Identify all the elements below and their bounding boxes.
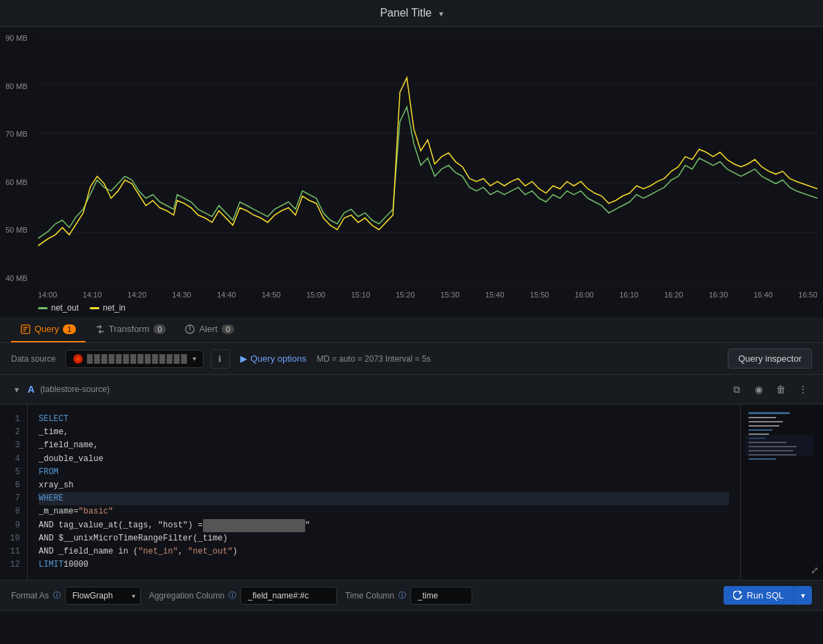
query-id-label: A [28,384,35,395]
code-line-9: AND tag_value_at(_tags, "host") = ██████… [39,519,729,532]
code-line-2: _time, [39,426,729,439]
query-inspector-button[interactable]: Query inspector [728,349,812,369]
expand-editor-button[interactable]: ⤢ [811,565,819,576]
query-source-label: (tablestore-source) [40,384,110,394]
panel-title-caret: ▾ [439,9,443,19]
datasource-brand-icon [73,354,83,364]
chart-x-labels: 14:00 14:10 14:20 14:30 14:40 14:50 15:0… [38,291,817,299]
format-info-icon[interactable]: ⓘ [53,590,61,601]
code-line-8: _m_name="basic" [39,505,729,518]
tab-query[interactable]: Query 1 [11,317,86,342]
svg-rect-14 [748,425,780,427]
datasource-label: Data source [11,354,56,364]
svg-rect-12 [748,417,776,418]
datasource-selector[interactable]: ██████████████ ▾ [66,350,204,368]
svg-rect-11 [748,412,790,414]
time-column-label: Time Column [345,591,394,601]
aggregation-column-input[interactable] [240,587,337,605]
trash-icon: 🗑 [776,384,786,395]
more-icon: ⋮ [798,384,808,395]
tab-alert[interactable]: Alert 0 [175,317,244,342]
delete-query-button[interactable]: 🗑 [772,380,790,398]
redacted-value: ████████████████████ [203,519,305,532]
query-editor-panel: ▾ A (tablestore-source) ⧉ ◉ 🗑 ⋮ 1 2 3 4 … [0,375,823,611]
line-numbers: 1 2 3 4 5 6 7 8 9 10 11 12 [0,404,28,580]
panel-title-bar: Panel Title ▾ [0,0,823,27]
refresh-icon [733,591,743,601]
code-line-3: _field_name, [39,439,729,452]
format-as-label: Format As [11,591,49,601]
svg-rect-22 [748,458,776,460]
chart-canvas [38,34,817,282]
code-editor[interactable]: SELECT _time, _field_name, _double_value… [28,404,740,580]
code-line-10: AND $__unixMicroTimeRangeFilter(_time) [39,532,729,545]
legend-dot-net-out [38,307,48,309]
legend-net-out: net_out [38,303,79,313]
query-editor-header: ▾ A (tablestore-source) ⧉ ◉ 🗑 ⋮ [0,375,823,404]
run-sql-dropdown-button[interactable]: ▾ [793,586,812,605]
format-bar: Format As ⓘ FlowGraph Table Time series … [0,580,823,610]
aggregation-column-group: Aggregation Column ⓘ [149,587,337,605]
eye-icon: ◉ [755,384,763,395]
time-column-group: Time Column ⓘ [345,587,472,605]
copy-query-button[interactable]: ⧉ [728,380,746,398]
svg-rect-13 [748,421,783,422]
sql-editor: 1 2 3 4 5 6 7 8 9 10 11 12 SELECT _time,… [0,404,823,580]
panel-title[interactable]: Panel Title ▾ [380,7,443,19]
code-line-11: AND _field_name in ("net_in", "net_out") [39,545,729,558]
toggle-visibility-button[interactable]: ◉ [750,380,768,398]
query-bar: Data source ██████████████ ▾ ℹ ▶ Query o… [0,343,823,375]
aggregation-info-icon[interactable]: ⓘ [229,590,236,601]
transform-icon [95,324,105,334]
format-as-select[interactable]: FlowGraph Table Time series [65,587,141,605]
datasource-caret-icon: ▾ [193,355,196,362]
alert-icon [185,324,195,334]
datasource-name: ██████████████ [87,354,188,364]
query-options-button[interactable]: ▶ Query options [237,350,310,367]
aggregation-column-label: Aggregation Column [149,591,224,601]
chart-legend: net_out net_in [38,303,126,313]
code-line-6: xray_sh [39,479,729,492]
more-options-button[interactable]: ⋮ [794,380,812,398]
code-line-12: LIMIT 10000 [39,558,729,572]
query-meta: MD = auto = 2073 Interval = 5s [317,354,722,364]
svg-rect-15 [748,429,773,431]
query-icon [21,324,30,334]
copy-icon: ⧉ [733,384,740,396]
format-select-wrapper: FlowGraph Table Time series [65,587,141,605]
code-line-4: _double_value [39,453,729,466]
legend-net-in: net_in [90,303,126,313]
format-as-group: Format As ⓘ FlowGraph Table Time series [11,587,141,605]
svg-rect-16 [748,433,769,435]
code-line-1: SELECT [39,413,729,426]
time-column-info-icon[interactable]: ⓘ [398,590,406,601]
svg-rect-23 [745,435,814,456]
minimap: ⤢ [740,404,823,580]
tabs-bar: Query 1 Transform 0 Alert 0 [0,317,823,343]
run-sql-group: Run SQL ▾ [724,586,812,605]
query-header-actions: ⧉ ◉ 🗑 ⋮ [728,380,812,398]
legend-dot-net-in [90,307,99,309]
code-line-5: FROM [39,466,729,479]
tab-transform[interactable]: Transform 0 [86,317,176,342]
query-options-arrow-icon: ▶ [240,353,247,364]
query-collapse-icon[interactable]: ▾ [11,384,22,395]
time-column-input[interactable] [410,587,472,605]
code-line-7: WHERE [39,492,729,505]
chart-area: 90 MB 80 MB 70 MB 60 MB 50 MB 40 MB 14:0… [0,27,823,317]
run-sql-button[interactable]: Run SQL [724,586,793,605]
chart-y-labels: 90 MB 80 MB 70 MB 60 MB 50 MB 40 MB [6,34,28,282]
datasource-info-button[interactable]: ℹ [211,349,230,369]
